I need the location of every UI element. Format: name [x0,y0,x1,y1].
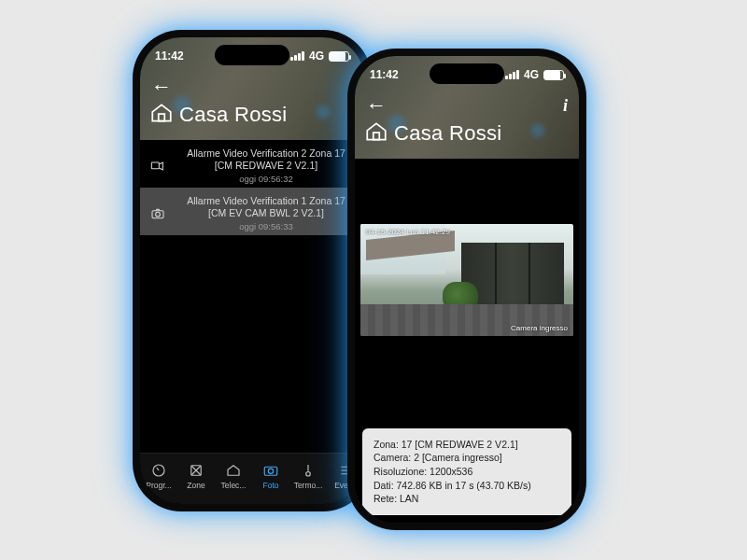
event-subtitle: [CM EV CAM BWL 2 V2.1] [176,207,357,218]
home-outline-icon [225,462,242,479]
home-icon [149,101,174,129]
info-button[interactable]: i [563,96,568,116]
status-time: 11:42 [155,49,184,63]
phone-right: 11:42 4G ← i Casa Rossi 04-15-2024 [355,56,579,523]
video-camera-icon [148,159,168,174]
svg-point-3 [156,212,161,217]
thermometer-icon [300,462,317,479]
signal-icon [505,70,519,79]
event-time: oggi 09:56:32 [176,174,357,184]
tab-cameras[interactable]: Telec... [215,454,252,498]
page-title: Casa Rossi [394,121,501,146]
event-time: oggi 09:56:33 [176,221,357,231]
info-camera: Camera: 2 [Camera ingresso] [374,451,560,465]
tab-label: Zone [187,481,204,490]
camera-icon [262,462,279,479]
status-right: 4G [290,49,349,63]
page-title: Casa Rossi [179,103,287,127]
screenshot-stage: 11:42 4G ← Casa Rossi [0,0,747,560]
bottom-tab-bar: Progr... Zone Telec... Foto Termo... Eve… [140,453,364,504]
battery-icon [543,70,564,80]
event-item[interactable]: Allarme Video Verification 1 Zona 17 [CM… [140,188,364,235]
svg-rect-0 [159,114,165,121]
event-title: Allarme Video Verification 1 Zona 17 [176,195,357,207]
back-button[interactable]: ← [151,75,172,99]
camera-snapshot[interactable]: 04-15-2024 Lun 11:42:29 Camera ingresso [360,224,573,336]
tab-photos[interactable]: Foto [252,454,289,498]
tab-thermo[interactable]: Termo... [289,454,327,498]
svg-point-7 [268,469,273,473]
home-icon [364,119,388,147]
event-item[interactable]: Allarme Video Verification 2 Zona 17 [CM… [140,140,364,188]
status-time: 11:42 [370,68,399,81]
list-icon [337,462,354,479]
svg-rect-1 [151,162,159,169]
battery-icon [329,51,349,62]
status-right: 4G [505,68,564,81]
detail-body: 04-15-2024 Lun 11:42:29 Camera ingresso … [355,159,579,523]
tab-label: Progr... [146,481,171,490]
svg-point-8 [306,472,311,477]
network-label: 4G [309,49,324,63]
tab-label: Foto [262,481,278,490]
tab-programs[interactable]: Progr... [140,454,177,498]
event-title: Allarme Video Verification 2 Zona 17 [176,147,357,160]
event-list[interactable]: Allarme Video Verification 2 Zona 17 [CM… [140,140,364,453]
phone-notch [215,45,289,65]
svg-rect-9 [374,133,380,140]
info-data: Dati: 742.86 KB in 17 s (43.70 KB/s) [374,479,560,493]
network-label: 4G [524,68,539,81]
info-zone: Zona: 17 [CM REDWAVE 2 V2.1] [374,438,560,452]
camera-icon [148,206,168,221]
gauge-icon [150,462,167,479]
info-resolution: Risoluzione: 1200x536 [374,465,560,479]
tab-label: Termo... [294,481,323,490]
back-button[interactable]: ← [366,93,387,118]
phone-notch [430,63,504,84]
phone-left: 11:42 4G ← Casa Rossi [140,37,364,504]
tab-label: Telec... [221,481,247,490]
event-subtitle: [CM REDWAVE 2 V2.1] [176,160,357,171]
snapshot-info-panel: Zona: 17 [CM REDWAVE 2 V2.1] Camera: 2 [… [362,428,571,515]
zones-icon [188,462,204,479]
signal-icon [290,51,304,61]
tab-zones[interactable]: Zone [177,454,215,498]
snapshot-camera-label: Camera ingresso [511,324,568,332]
tab-label: Eventi [334,481,357,490]
info-network: Rete: LAN [374,492,560,506]
snapshot-timestamp: 04-15-2024 Lun 11:42:29 [366,228,450,236]
